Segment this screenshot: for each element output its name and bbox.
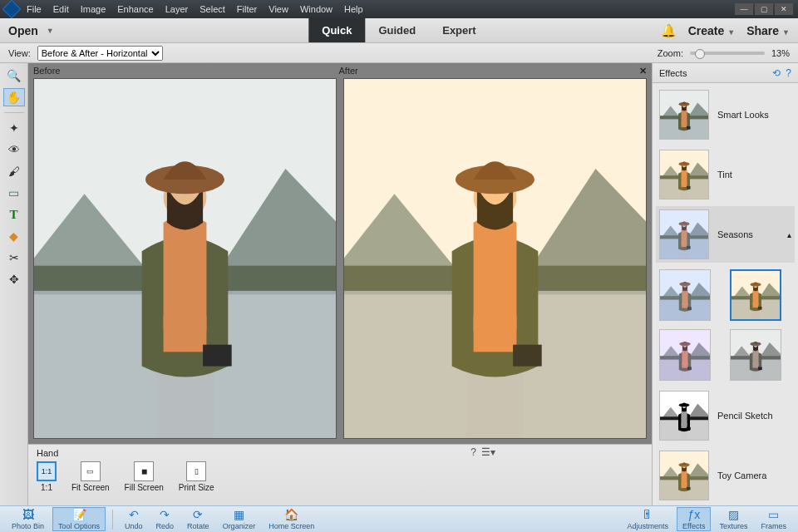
btn-label: Rotate [187, 522, 209, 530]
effect-tint[interactable]: Tint [659, 150, 791, 200]
rotate-button[interactable]: ⟳Rotate [182, 508, 214, 530]
mode-expert[interactable]: Expert [429, 18, 489, 42]
after-label: After [334, 66, 640, 76]
menu-help[interactable]: Help [344, 4, 363, 14]
reset-icon[interactable]: ⟲ [772, 67, 781, 79]
spot-heal-tool[interactable]: ◆ [3, 227, 25, 245]
effect-seasons[interactable]: Seasons ▴ [656, 206, 795, 263]
bottom-bar: 🖼Photo Bin 📝Tool Options ↶Undo ↷Redo ⟳Ro… [0, 505, 798, 532]
btn-label: Redo [156, 522, 175, 530]
tool-options-button[interactable]: 📝Tool Options [52, 507, 106, 531]
btn-label: Adjustments [628, 522, 669, 530]
effect-thumb [659, 150, 709, 200]
mode-quick[interactable]: Quick [308, 18, 365, 42]
canvas-area: Before After ✕ [28, 63, 652, 444]
organizer-button[interactable]: ▦Organizer [218, 508, 261, 530]
textures-icon: ▨ [728, 508, 739, 521]
frames-button[interactable]: ▭Frames [756, 508, 791, 530]
panel-help-icon[interactable]: ? [786, 67, 791, 79]
tool-options-icon: 📝 [72, 508, 86, 521]
share-menu[interactable]: Share▼ [746, 24, 790, 37]
opt-label: 1:1 [41, 483, 52, 492]
btn-label: Organizer [223, 522, 256, 530]
textures-button[interactable]: ▨Textures [714, 508, 752, 530]
season-variant-4[interactable] [730, 329, 781, 381]
panel-menu-icon[interactable]: ☰▾ [481, 446, 495, 458]
menu-filter[interactable]: Filter [237, 4, 257, 14]
whiten-teeth-tool[interactable]: 🖌 [3, 162, 25, 180]
view-mode-select[interactable]: Before & After - Horizontal [37, 46, 163, 61]
effect-label: Toy Camera [717, 470, 791, 480]
chevron-up-icon: ▴ [787, 230, 791, 239]
maximize-button[interactable]: ▢ [755, 3, 773, 15]
menu-select[interactable]: Select [200, 4, 225, 14]
season-variant-3[interactable] [659, 329, 711, 381]
btn-label: Effects [682, 522, 705, 530]
divider [112, 510, 113, 530]
menu-file[interactable]: File [27, 4, 42, 14]
effect-label: Seasons [717, 229, 779, 239]
menu-window[interactable]: Window [300, 4, 332, 14]
straighten-tool[interactable]: ▭ [3, 184, 25, 202]
effect-smart-looks[interactable]: Smart Looks [659, 90, 791, 140]
notifications-icon[interactable]: 🔔 [661, 23, 677, 38]
effect-toy-camera[interactable]: Toy Camera [659, 451, 791, 500]
undo-button[interactable]: ↶Undo [120, 508, 148, 530]
create-menu[interactable]: Create▼ [688, 24, 736, 37]
redo-icon: ↷ [160, 508, 170, 521]
effect-label: Smart Looks [717, 110, 791, 120]
photo-bin-icon: 🖼 [22, 508, 34, 521]
menu-image[interactable]: Image [81, 4, 106, 14]
minimize-button[interactable]: — [735, 3, 753, 15]
effects-button[interactable]: ƒxEffects [677, 507, 711, 531]
effects-icon: ƒx [687, 508, 700, 521]
menu-layer[interactable]: Layer [165, 4, 189, 14]
after-image[interactable] [343, 78, 647, 439]
type-tool[interactable]: T [3, 205, 25, 224]
season-variant-2[interactable] [730, 269, 781, 321]
move-tool[interactable]: ✥ [3, 270, 25, 288]
print-size-option[interactable]: ▯Print Size [179, 461, 214, 492]
hand-tool[interactable]: ✋ [3, 88, 25, 106]
seasons-variants [659, 269, 791, 381]
effect-thumb [659, 90, 709, 140]
zoom-slider[interactable] [690, 52, 765, 55]
home-screen-button[interactable]: 🏠Home Screen [264, 508, 319, 530]
effect-label: Pencil Sketch [717, 411, 791, 421]
menu-enhance[interactable]: Enhance [117, 4, 153, 14]
fill-screen-option[interactable]: ◼Fill Screen [125, 461, 164, 492]
zoom-tool[interactable]: 🔍 [3, 66, 25, 85]
tool-options-title: Hand [37, 448, 643, 458]
eye-tool[interactable]: 👁 [3, 140, 25, 159]
home-icon: 🏠 [284, 508, 298, 521]
adjustments-button[interactable]: 🎚Adjustments [623, 508, 674, 530]
open-label: Open [8, 24, 38, 37]
zoom-value: 13% [771, 48, 790, 58]
help-icon[interactable]: ? [470, 446, 476, 458]
before-image[interactable] [33, 78, 337, 439]
close-button[interactable]: ✕ [775, 3, 793, 15]
chevron-down-icon: ▼ [47, 27, 54, 35]
crop-tool[interactable]: ✂ [3, 249, 25, 267]
zoom-1to1-option[interactable]: 1:11:1 [37, 461, 57, 492]
photo-bin-button[interactable]: 🖼Photo Bin [7, 508, 49, 530]
season-variant-1[interactable] [659, 269, 711, 321]
mode-guided[interactable]: Guided [365, 18, 429, 42]
effect-thumb [659, 391, 709, 441]
effects-panel: Effects ⟲ ? Smart Looks Tint Seasons ▴ [652, 63, 798, 505]
btn-label: Frames [761, 522, 786, 530]
app-logo-icon [2, 0, 22, 18]
effect-pencil-sketch[interactable]: Pencil Sketch [659, 391, 791, 441]
main-menu: File Edit Image Enhance Layer Select Fil… [27, 4, 363, 14]
redo-button[interactable]: ↷Redo [151, 508, 180, 530]
create-label: Create [688, 24, 725, 37]
menu-view[interactable]: View [268, 4, 288, 14]
open-menu[interactable]: Open ▼ [8, 24, 54, 37]
quick-select-tool[interactable]: ✦ [3, 119, 25, 137]
titlebar: File Edit Image Enhance Layer Select Fil… [0, 0, 798, 18]
close-compare-button[interactable]: ✕ [639, 66, 652, 76]
btn-label: Photo Bin [12, 522, 44, 530]
undo-icon: ↶ [129, 508, 139, 521]
menu-edit[interactable]: Edit [53, 4, 69, 14]
fit-screen-option[interactable]: ▭Fit Screen [71, 461, 110, 492]
